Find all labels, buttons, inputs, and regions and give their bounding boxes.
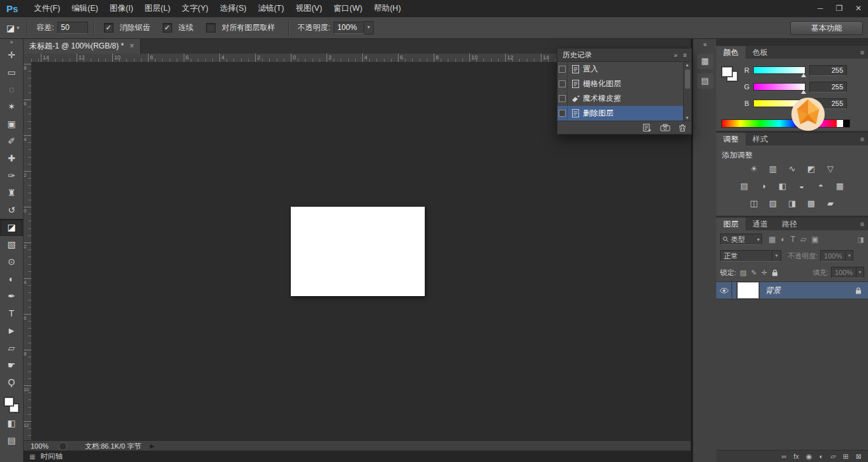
checkbox-icon[interactable]: ✓ xyxy=(163,23,172,33)
blur-tool[interactable]: ⊙ xyxy=(0,253,23,271)
collapse-panel-icon[interactable]: » xyxy=(674,52,678,59)
panel-menu-icon[interactable]: ≡ xyxy=(857,133,868,145)
fill-dropdown[interactable]: 100% ▾ xyxy=(831,267,864,278)
history-state-row[interactable]: 栅格化图层 xyxy=(557,77,691,91)
slider-handle-icon[interactable] xyxy=(801,90,806,94)
scroll-up-icon[interactable]: ▲ xyxy=(684,63,691,67)
delete-state-button[interactable] xyxy=(679,124,686,132)
filter-pixel-layers-icon[interactable]: ▦ xyxy=(769,235,776,244)
layer-filter-kind-dropdown[interactable]: 类型 ▾ xyxy=(720,234,762,245)
new-layer-icon[interactable]: ⊞ xyxy=(843,452,849,461)
channel-value-input[interactable]: 255 xyxy=(809,82,847,93)
brush-tool[interactable]: ✑ xyxy=(0,167,23,184)
menu-item[interactable]: 图像(I) xyxy=(104,0,139,17)
filter-toggle-icon[interactable]: ◨ xyxy=(858,235,864,244)
tab-adjustments[interactable]: 调整 xyxy=(716,133,746,145)
collapsed-panel-button-1[interactable]: ▦ xyxy=(697,54,714,69)
history-source-checkbox[interactable] xyxy=(557,77,568,91)
scrollbar-thumb[interactable] xyxy=(685,70,690,89)
collapsed-panel-button-2[interactable]: ▤ xyxy=(697,73,714,89)
history-state-row[interactable]: 置入 xyxy=(557,62,691,77)
history-source-checkbox[interactable] xyxy=(557,62,568,77)
invert-icon[interactable]: ◫ xyxy=(747,197,761,209)
menu-item[interactable]: 文件(F) xyxy=(28,0,66,17)
status-menu-arrow-icon[interactable]: ▶ xyxy=(150,443,154,449)
panel-menu-icon[interactable]: ≡ xyxy=(857,46,868,59)
panel-menu-icon[interactable]: ≡ xyxy=(857,218,868,230)
document-tab[interactable]: 未标题-1 @ 100%(RGB/8) * × xyxy=(23,38,141,54)
opacity-dropdown-button[interactable]: ▾ xyxy=(364,21,374,34)
canvas[interactable] xyxy=(291,207,425,296)
tab-layers[interactable]: 图层 xyxy=(716,218,746,230)
menu-item[interactable]: 编辑(E) xyxy=(66,0,104,17)
channel-slider[interactable] xyxy=(753,66,805,74)
channel-value-input[interactable]: 255 xyxy=(809,65,847,76)
blend-mode-dropdown[interactable]: 正常 ▾ xyxy=(720,250,781,262)
history-state-row[interactable]: 删除图层 xyxy=(557,106,691,121)
checkbox-icon[interactable] xyxy=(206,23,216,33)
horizontal-type-tool[interactable]: T xyxy=(0,305,23,322)
lasso-tool[interactable]: ◌ xyxy=(0,81,23,98)
posterize-icon[interactable]: ▨ xyxy=(766,197,781,209)
timeline-bar[interactable]: ▦ 时间轴 xyxy=(23,451,691,462)
crop-tool[interactable]: ▣ xyxy=(0,116,23,133)
filter-type-layers-icon[interactable]: T xyxy=(791,235,795,244)
threshold-icon[interactable]: ◨ xyxy=(785,197,800,209)
restore-button[interactable]: ❐ xyxy=(830,0,849,17)
tolerance-input[interactable]: 50 xyxy=(57,22,88,34)
menu-item[interactable]: 滤镜(T) xyxy=(252,0,290,17)
history-state-row[interactable]: 魔术橡皮擦 xyxy=(557,91,691,106)
menu-item[interactable]: 视图(V) xyxy=(290,0,328,17)
workspace-button[interactable]: 基本功能 xyxy=(790,21,863,35)
tab-swatches[interactable]: 色板 xyxy=(746,46,775,59)
pen-tool[interactable]: ✒ xyxy=(0,288,23,305)
toolbar-expand-icon[interactable]: » xyxy=(0,38,23,47)
tab-channels[interactable]: 通道 xyxy=(746,218,775,230)
layer-effects-icon[interactable]: fx xyxy=(793,452,799,460)
brightness-contrast-icon[interactable]: ☀ xyxy=(747,163,761,175)
move-tool[interactable]: ✛ xyxy=(0,47,23,64)
lock-all-icon[interactable] xyxy=(772,269,778,276)
new-snapshot-button[interactable] xyxy=(660,124,670,131)
screen-mode-button[interactable]: ▤ xyxy=(0,432,23,449)
filter-adjustment-layers-icon[interactable]: ◐ xyxy=(781,235,785,244)
menu-item[interactable]: 文字(Y) xyxy=(176,0,214,17)
color-lookup-icon[interactable]: ▦ xyxy=(833,180,848,192)
eraser-tool[interactable]: ◪ xyxy=(0,219,23,236)
quick-mask-mode-button[interactable]: ◧ xyxy=(0,415,23,432)
dodge-tool[interactable]: ◐ xyxy=(0,271,23,288)
eyedropper-tool[interactable]: ✐ xyxy=(0,133,23,150)
panel-menu-icon[interactable]: ≡ xyxy=(683,52,687,59)
color-swatches[interactable] xyxy=(3,396,20,414)
link-layers-icon[interactable]: ∞ xyxy=(781,452,786,460)
tab-styles[interactable]: 样式 xyxy=(746,133,775,145)
layer-row[interactable]: 背景 xyxy=(716,282,868,299)
color-balance-icon[interactable]: ◑ xyxy=(756,180,771,192)
checkbox-icon[interactable]: ✓ xyxy=(104,23,114,33)
menu-item[interactable]: 帮助(H) xyxy=(368,0,406,17)
opacity-input[interactable]: 100% xyxy=(334,22,364,34)
scroll-down-icon[interactable]: ▼ xyxy=(684,116,691,120)
foreground-color-swatch[interactable] xyxy=(721,66,733,77)
filter-shape-layers-icon[interactable]: ▱ xyxy=(800,235,806,244)
option-checkbox[interactable]: ✓连续 xyxy=(163,22,197,33)
selective-color-icon[interactable]: ▰ xyxy=(823,197,838,209)
tab-close-icon[interactable]: × xyxy=(129,41,134,50)
tool-preset-dropdown[interactable]: ◪ ▾ xyxy=(4,22,22,34)
expand-panels-icon[interactable]: « xyxy=(693,40,717,49)
menu-item[interactable]: 窗口(W) xyxy=(328,0,368,17)
filter-smart-objects-icon[interactable]: ▣ xyxy=(811,235,818,244)
clone-stamp-tool[interactable]: ♜ xyxy=(0,184,23,202)
spot-healing-brush-tool[interactable]: ✚ xyxy=(0,150,23,167)
tab-color[interactable]: 颜色 xyxy=(716,46,746,59)
history-brush-tool[interactable]: ↺ xyxy=(0,202,23,219)
tab-paths[interactable]: 路径 xyxy=(775,218,804,230)
add-layer-mask-icon[interactable]: ◉ xyxy=(806,452,813,461)
close-button[interactable]: ✕ xyxy=(849,0,868,17)
curves-icon[interactable]: ∿ xyxy=(785,163,800,175)
minimize-button[interactable]: ─ xyxy=(811,0,830,17)
new-adjustment-layer-icon[interactable]: ◐ xyxy=(819,452,823,460)
rectangular-marquee-tool[interactable]: ▭ xyxy=(0,64,23,81)
spectrum-black-swatch[interactable] xyxy=(843,119,850,128)
levels-icon[interactable]: ▥ xyxy=(766,163,781,175)
